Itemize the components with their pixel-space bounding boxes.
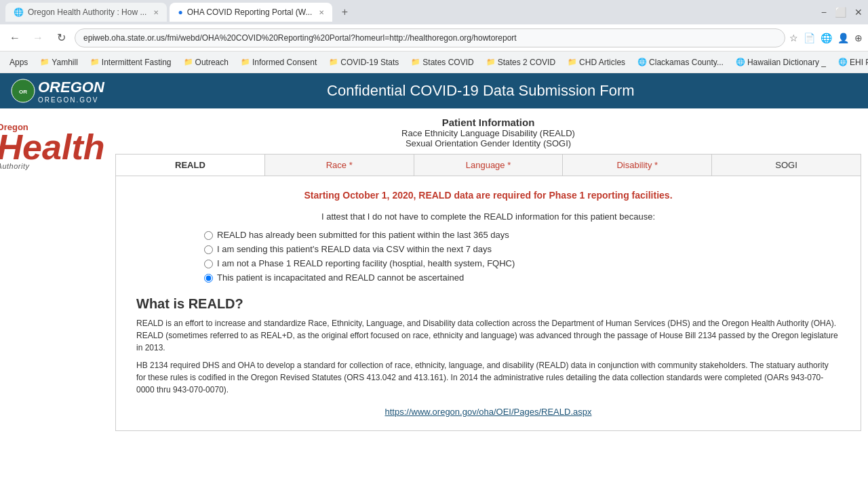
reald-notice: Starting October 1, 2020, REALD data are… [136, 190, 840, 201]
forward-button[interactable]: → [28, 28, 47, 47]
back-button[interactable]: ← [5, 28, 24, 47]
states2-covid-folder-icon: 📁 [486, 58, 496, 66]
radio-option-3-input[interactable] [204, 260, 213, 268]
tabs-nav: REALD Race * Language * Disability * SOG… [116, 155, 861, 176]
bookmark-yamhill[interactable]: 📁 Yamhill [36, 56, 81, 68]
bookmark-apps[interactable]: Apps [5, 56, 32, 68]
intermittent-label: Intermittent Fasting [102, 58, 172, 67]
site-header: OR OREGON OREGON.GOV Confidential COVID-… [0, 73, 868, 108]
radio-option-4-input[interactable] [204, 274, 213, 283]
tab-race-label: Race [326, 160, 347, 170]
address-bar[interactable]: epiweb.oha.state.or.us/fmi/webd/OHA%20CO… [75, 28, 785, 47]
oha-health-text: Health [0, 132, 104, 162]
bookmark-states-covid[interactable]: 📁 States COVID [407, 56, 477, 68]
tab-reald[interactable]: REALD [116, 155, 265, 176]
tab-sogi[interactable]: SOGI [712, 155, 861, 176]
radio-option-3: I am not a Phase 1 REALD reporting facil… [204, 258, 840, 268]
radio-option-4-label: This patient is incapacitated and REALD … [217, 272, 464, 283]
oha-authority-text: Authority [0, 162, 29, 170]
maximize-button[interactable]: ⬜ [835, 7, 846, 18]
covid-stats-folder-icon: 📁 [329, 58, 338, 66]
reald-link[interactable]: https://www.oregon.gov/oha/OEI/Pages/REA… [385, 407, 592, 417]
tab-language-label: Language [466, 160, 505, 170]
nav-icons: ☆ 📄 🌐 👤 ⊕ [789, 33, 863, 43]
outreach-folder-icon: 📁 [184, 58, 193, 66]
tab-1-title: Oregon Health Authority : How ... [28, 7, 146, 17]
bookmark-intermittent[interactable]: 📁 Intermittent Fasting [86, 56, 176, 68]
profile-icon[interactable]: 👤 [837, 33, 849, 43]
covid-stats-label: COVID-19 Stats [340, 58, 399, 67]
bookmark-outreach[interactable]: 📁 Outreach [180, 56, 233, 68]
clackamas-icon: 🌐 [637, 58, 647, 66]
window-controls: − ⬜ ✕ [821, 7, 863, 18]
tab-disability-label: Disability [616, 160, 652, 170]
radio-option-1-label: REALD has already been submitted for thi… [217, 230, 509, 240]
tabs-container: REALD Race * Language * Disability * SOG… [115, 154, 861, 431]
yamhill-folder-icon: 📁 [40, 58, 50, 66]
reald-link-area: https://www.oregon.gov/oha/OEI/Pages/REA… [136, 407, 840, 417]
browser-frame: 🌐 Oregon Health Authority : How ... ✕ ● … [0, 0, 868, 73]
ehi-payroll-label: EHI Payroll Submiss... [850, 58, 868, 67]
tab-disability-required: * [652, 160, 658, 170]
informed-consent-folder-icon: 📁 [241, 58, 250, 66]
tab-disability[interactable]: Disability * [563, 155, 712, 176]
states-covid-folder-icon: 📁 [411, 58, 420, 66]
pdf-icon[interactable]: 📄 [804, 33, 815, 43]
patient-info-title: Patient Information [108, 117, 868, 128]
bookmark-chd-articles[interactable]: 📁 CHD Articles [564, 56, 629, 68]
clackamas-label: Clackamas County... [649, 58, 724, 67]
states-covid-label: States COVID [422, 58, 473, 67]
bookmark-covid-stats[interactable]: 📁 COVID-19 Stats [325, 56, 403, 68]
page-content: OR OREGON OREGON.GOV Confidential COVID-… [0, 73, 868, 481]
tab-2-title: OHA COVID Reporting Portal (W... [187, 7, 313, 17]
ehi-payroll-icon: 🌐 [838, 58, 848, 66]
bookmark-star-icon[interactable]: ☆ [789, 33, 798, 43]
bookmark-clackamas[interactable]: 🌐 Clackamas County... [633, 56, 728, 68]
tab-2[interactable]: ● OHA COVID Reporting Portal (W... ✕ [170, 3, 332, 22]
apps-label: Apps [9, 58, 28, 67]
bookmark-hawaiian-dict[interactable]: 🌐 Hawaiian Dictionary _ [732, 56, 830, 68]
bookmark-ehi-payroll[interactable]: 🌐 EHI Payroll Submiss... [834, 56, 868, 68]
tab-race[interactable]: Race * [265, 155, 414, 176]
outreach-label: Outreach [195, 58, 229, 67]
main-content-area: Patient Information Race Ethnicity Langu… [102, 108, 868, 481]
radio-option-1: REALD has already been submitted for thi… [204, 230, 840, 240]
radio-option-2-input[interactable] [204, 245, 213, 254]
what-is-reald-heading: What is REALD? [136, 296, 840, 312]
oregon-seal-icon: OR [11, 79, 35, 103]
minimize-button[interactable]: − [821, 7, 827, 18]
patient-info-subtitle2: Sexual Orientation Gender Identity (SOGI… [108, 138, 868, 148]
oregon-gov-text: OREGON.GOV [38, 96, 104, 104]
close-button[interactable]: ✕ [854, 7, 863, 18]
tab-1-favicon: 🌐 [14, 7, 24, 17]
hawaiian-dict-icon: 🌐 [736, 58, 745, 66]
chd-articles-label: CHD Articles [579, 58, 625, 67]
patient-info-header: Patient Information Race Ethnicity Langu… [108, 108, 868, 154]
tab-language[interactable]: Language * [414, 155, 564, 176]
what-is-reald-p2: HB 2134 required DHS and OHA to develop … [136, 359, 840, 396]
informed-consent-label: Informed Consent [252, 58, 317, 67]
tab-1-close[interactable]: ✕ [153, 9, 159, 16]
intermittent-folder-icon: 📁 [90, 58, 100, 66]
page-title: Confidential COVID-19 Data Submission Fo… [104, 82, 857, 100]
bookmark-states2-covid[interactable]: 📁 States 2 COVID [482, 56, 559, 68]
tab-2-close[interactable]: ✕ [319, 9, 324, 16]
left-logo-area: Oregon Health Authority [0, 108, 102, 481]
radio-options: REALD has already been submitted for thi… [204, 230, 840, 283]
refresh-button[interactable]: ↻ [52, 28, 71, 47]
tab-language-required: * [505, 160, 511, 170]
tab-1[interactable]: 🌐 Oregon Health Authority : How ... ✕ [5, 3, 167, 22]
tab-reald-label: REALD [175, 160, 205, 170]
states2-covid-label: States 2 COVID [498, 58, 555, 67]
radio-option-2-label: I am sending this patient's REALD data v… [217, 244, 492, 254]
translate-icon[interactable]: 🌐 [821, 33, 832, 43]
extensions-icon[interactable]: ⊕ [854, 33, 863, 43]
tab-sogi-label: SOGI [775, 160, 797, 170]
svg-text:OR: OR [19, 89, 27, 95]
oregon-logo-text: OREGON [38, 79, 104, 96]
new-tab-button[interactable]: + [335, 3, 354, 22]
bookmark-informed-consent[interactable]: 📁 Informed Consent [237, 56, 321, 68]
tab-race-required: * [347, 160, 353, 170]
radio-option-1-input[interactable] [204, 231, 213, 240]
yamhill-label: Yamhill [52, 58, 77, 67]
